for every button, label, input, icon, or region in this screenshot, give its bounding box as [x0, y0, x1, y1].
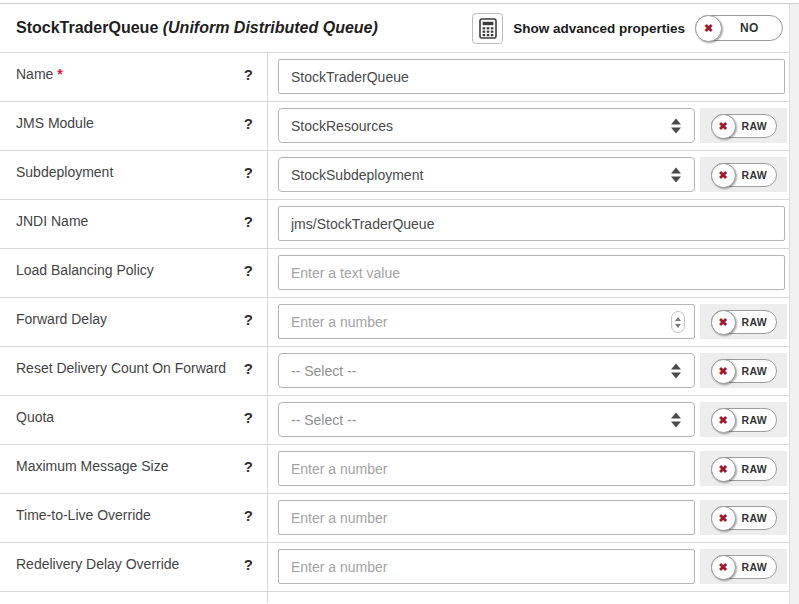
- field-label: Quota: [16, 409, 54, 426]
- forward-delay-input[interactable]: [278, 304, 695, 339]
- toggle-knob: ✖: [711, 555, 736, 580]
- jms-module-raw-toggle[interactable]: ✖RAW: [711, 114, 777, 138]
- x-icon: ✖: [718, 464, 727, 475]
- redelivery-delay-override-input[interactable]: [278, 549, 695, 584]
- form-row-reset-delivery-count-on-forward: Reset Delivery Count On Forward?-- Selec…: [0, 347, 789, 396]
- help-icon[interactable]: ?: [244, 164, 253, 181]
- raw-label: RAW: [742, 316, 767, 328]
- show-advanced-properties-label: Show advanced properties: [513, 21, 685, 36]
- raw-label: RAW: [742, 561, 767, 573]
- label-cell: Maximum Message Size?: [0, 445, 268, 493]
- field-cell: -- Select --✖RAW: [268, 347, 789, 395]
- quota-select[interactable]: -- Select --: [278, 402, 695, 437]
- reset-delivery-count-on-forward-raw-toggle[interactable]: ✖RAW: [711, 359, 777, 383]
- label-cell: Name *?: [0, 53, 268, 101]
- toggle-knob: ✖: [711, 114, 736, 139]
- select-value: -- Select --: [291, 363, 356, 379]
- maximum-message-size-raw-toggle[interactable]: ✖RAW: [711, 457, 777, 481]
- select-arrows-icon: [671, 363, 681, 378]
- help-icon[interactable]: ?: [244, 66, 253, 83]
- form-row-forward-delay: Forward Delay?✖RAW: [0, 298, 789, 347]
- form-row-load-balancing-policy: Load Balancing Policy?: [0, 249, 789, 298]
- field-cell: [268, 53, 789, 101]
- raw-panel: ✖RAW: [700, 108, 787, 143]
- toggle-knob: ✖: [711, 163, 736, 188]
- queue-properties-form: StockTraderQueue (Uniform Distributed Qu…: [0, 4, 789, 603]
- field-label: Reset Delivery Count On Forward: [16, 360, 226, 377]
- x-icon: ✖: [718, 317, 727, 328]
- jndi-name-input[interactable]: [278, 206, 785, 241]
- form-row-time-to-live-override: Time-to-Live Override?✖RAW: [0, 494, 789, 543]
- queue-name-title: StockTraderQueue: [16, 19, 158, 36]
- number-stepper[interactable]: [671, 311, 685, 333]
- x-icon: ✖: [704, 23, 713, 34]
- quota-raw-toggle[interactable]: ✖RAW: [711, 408, 777, 432]
- help-icon[interactable]: ?: [244, 311, 253, 328]
- help-icon[interactable]: ?: [244, 409, 253, 426]
- x-icon: ✖: [718, 170, 727, 181]
- help-icon[interactable]: ?: [244, 556, 253, 573]
- calculator-icon: [479, 18, 497, 39]
- select-value: StockSubdeployment: [291, 167, 423, 183]
- forward-delay-raw-toggle[interactable]: ✖RAW: [711, 310, 777, 334]
- field-cell: StockResources✖RAW: [268, 102, 789, 150]
- help-icon[interactable]: ?: [244, 507, 253, 524]
- raw-label: RAW: [742, 463, 767, 475]
- help-icon[interactable]: ?: [244, 360, 253, 377]
- x-icon: ✖: [718, 562, 727, 573]
- maximum-message-size-input[interactable]: [278, 451, 695, 486]
- raw-label: RAW: [742, 512, 767, 524]
- load-balancing-policy-input[interactable]: [278, 255, 785, 290]
- help-icon[interactable]: ?: [244, 262, 253, 279]
- raw-panel: ✖RAW: [700, 304, 787, 339]
- toggle-knob: ✖: [695, 15, 722, 42]
- select-value: StockResources: [291, 118, 393, 134]
- stepper-down-icon: [675, 324, 681, 328]
- advanced-properties-toggle[interactable]: ✖ NO: [695, 15, 783, 41]
- label-cell: JMS Module?: [0, 102, 268, 150]
- help-icon[interactable]: ?: [244, 213, 253, 230]
- form-row-subdeployment: Subdeployment?StockSubdeployment✖RAW: [0, 151, 789, 200]
- field-label: JMS Module: [16, 115, 94, 132]
- field-label: Maximum Message Size: [16, 458, 169, 475]
- jms-module-select[interactable]: StockResources: [278, 108, 695, 143]
- form-row-redelivery-delay-override: Redelivery Delay Override?✖RAW: [0, 543, 789, 592]
- label-cell: Subdeployment?: [0, 151, 268, 199]
- field-label: Subdeployment: [16, 164, 113, 181]
- scrollbar-track[interactable]: [789, 4, 799, 604]
- subdeployment-select[interactable]: StockSubdeployment: [278, 157, 695, 192]
- toggle-state-label: NO: [740, 21, 759, 35]
- x-icon: ✖: [718, 415, 727, 426]
- redelivery-delay-override-raw-toggle[interactable]: ✖RAW: [711, 555, 777, 579]
- form-row-maximum-message-size: Maximum Message Size?✖RAW: [0, 445, 789, 494]
- label-cell: Load Balancing Policy?: [0, 249, 268, 297]
- label-cell: JNDI Name?: [0, 200, 268, 248]
- form-header: StockTraderQueue (Uniform Distributed Qu…: [0, 4, 789, 53]
- time-to-live-override-raw-toggle[interactable]: ✖RAW: [711, 506, 777, 530]
- raw-panel: ✖RAW: [700, 500, 787, 535]
- toggle-knob: ✖: [711, 359, 736, 384]
- down-arrow-icon: [671, 176, 681, 182]
- reset-delivery-count-on-forward-select[interactable]: -- Select --: [278, 353, 695, 388]
- calculator-button[interactable]: [472, 13, 503, 44]
- required-marker: *: [57, 66, 62, 82]
- raw-panel: ✖RAW: [700, 353, 787, 388]
- form-row-name: Name *?: [0, 53, 789, 102]
- subdeployment-raw-toggle[interactable]: ✖RAW: [711, 163, 777, 187]
- field-label: JNDI Name: [16, 213, 88, 230]
- stepper-up-icon: [675, 317, 681, 321]
- help-icon[interactable]: ?: [244, 115, 253, 132]
- raw-label: RAW: [742, 414, 767, 426]
- x-icon: ✖: [718, 121, 727, 132]
- field-cell: -- Select --✖RAW: [268, 396, 789, 444]
- down-arrow-icon: [671, 421, 681, 427]
- label-cell: Quota?: [0, 396, 268, 444]
- toggle-knob: ✖: [711, 457, 736, 482]
- time-to-live-override-input[interactable]: [278, 500, 695, 535]
- raw-label: RAW: [742, 169, 767, 181]
- field-cell: ✖RAW: [268, 445, 789, 493]
- name-input[interactable]: [278, 59, 785, 94]
- form-row-quota: Quota?-- Select --✖RAW: [0, 396, 789, 445]
- help-icon[interactable]: ?: [244, 458, 253, 475]
- toggle-knob: ✖: [711, 408, 736, 433]
